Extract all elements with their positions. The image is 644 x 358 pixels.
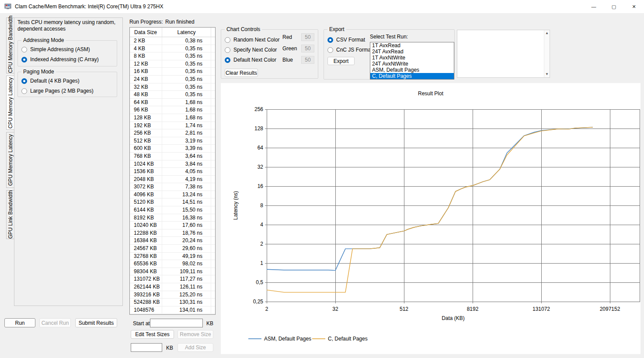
blue-input [301, 56, 314, 64]
start-at-label: Start at [133, 320, 150, 327]
radio-random-next-color[interactable]: Random Next Color [225, 37, 279, 43]
table-row[interactable]: 32 KB0,35 ns [130, 83, 215, 91]
minimize-icon[interactable]: — [584, 0, 604, 13]
scroll-up-icon[interactable]: ▲ [545, 31, 549, 35]
data-size-cell: 4096 KB [130, 191, 162, 198]
app-window: Clam Cache/Mem Benchmark: Intel(R) Core(… [0, 0, 644, 358]
radio-indexed-addressing-c-array[interactable]: Indexed Addressing (C Array) [21, 56, 99, 63]
data-size-cell: 48 KB [130, 91, 162, 98]
table-row[interactable]: 32768 KB49,19 ns [130, 253, 215, 261]
test-run-item-asm-default-pages[interactable]: ASM, Default Pages [370, 67, 454, 73]
x-axis-title: Data (KB) [442, 315, 465, 321]
table-row[interactable]: 4 KB0,35 ns [130, 45, 215, 53]
latency-cell: 18,76 ns [162, 229, 211, 237]
table-row[interactable]: 12288 KB18,76 ns [130, 229, 215, 237]
radio-icon [225, 57, 230, 63]
radio-specify-next-color[interactable]: Specify Next Color [225, 47, 279, 53]
radio-label: Indexed Addressing (C Array) [30, 56, 99, 63]
table-row[interactable]: 64 KB1,68 ns [130, 99, 215, 107]
tab-gpu-memory-latency[interactable]: GPU Memory Latency [6, 132, 14, 188]
radio-label: CnC JS Format [336, 47, 372, 53]
table-row[interactable]: 98304 KB109,11 ns [130, 268, 215, 276]
table-row[interactable]: 262144 KB126,11 ns [130, 283, 215, 291]
radio-large-pages-2-mb-pages[interactable]: Large Pages (2 MB Pages) [21, 88, 94, 94]
run-button[interactable]: Run [4, 318, 35, 327]
table-row[interactable]: 65536 KB98,02 ns [130, 260, 215, 268]
radio-csv-format[interactable]: CSV Format [327, 37, 372, 43]
table-row[interactable]: 48 KB0,35 ns [130, 91, 215, 99]
table-row[interactable]: 131072 KB117,27 ns [130, 275, 215, 283]
data-size-cell: 98304 KB [130, 268, 162, 275]
data-size-cell: 24567 KB [130, 245, 162, 252]
table-row[interactable]: 256 KB2,81 ns [130, 129, 215, 137]
radio-simple-addressing-asm[interactable]: Simple Addressing (ASM) [21, 46, 99, 52]
table-row[interactable]: 24 KB0,35 ns [130, 76, 215, 83]
table-row[interactable]: 4096 KB13,24 ns [130, 191, 215, 199]
y-tick-label: 1 [260, 260, 263, 266]
column-header-data-size[interactable]: Data Size [130, 28, 162, 37]
maximize-icon[interactable]: ▢ [604, 0, 624, 13]
start-at-input[interactable] [150, 319, 203, 327]
radio-icon [225, 47, 230, 53]
table-row[interactable]: 1048576 KB134,01 ns [130, 306, 215, 314]
test-run-item-1t-avxntwrite[interactable]: 1T AvxNtWrite [370, 55, 454, 61]
addressing-radio-group: Simple Addressing (ASM)Indexed Addressin… [21, 46, 99, 63]
y-tick-label: 8 [260, 202, 263, 209]
latency-cell: 126,11 ns [162, 283, 211, 291]
radio-default-4-kb-pages[interactable]: Default (4 KB Pages) [21, 78, 94, 84]
latency-cell: 13,24 ns [162, 191, 211, 198]
test-run-item-1t-avxread[interactable]: 1T AvxRead [370, 42, 454, 49]
table-row[interactable]: 128 KB1,68 ns [130, 114, 215, 122]
table-row[interactable]: 16 KB0,35 ns [130, 68, 215, 76]
table-row[interactable]: 768 KB3,64 ns [130, 153, 215, 160]
y-tick-label: 4 [260, 222, 263, 228]
add-size-button: Add Size [178, 343, 213, 352]
legend-label-c-default-pages: C, Default Pages [328, 336, 368, 342]
radio-default-next-color[interactable]: Default Next Color [225, 57, 279, 63]
x-tick-label: 8192 [467, 306, 479, 312]
latency-cell: 0,35 ns [162, 45, 211, 52]
export-button[interactable]: Export [327, 57, 355, 65]
chart-title: Result Plot [418, 90, 444, 97]
table-row[interactable]: 10240 KB17,60 ns [130, 222, 215, 229]
table-row[interactable]: 8192 KB16,38 ns [130, 214, 215, 222]
table-row[interactable]: 1536 KB4,05 ns [130, 168, 215, 176]
radio-cnc-js-format[interactable]: CnC JS Format [327, 47, 372, 53]
y-axis-title: Latency (ns) [233, 191, 239, 220]
scroll-down-icon[interactable]: ▼ [545, 73, 549, 76]
table-row[interactable]: 2 KB0,38 ns [130, 37, 215, 45]
green-label: Green [282, 45, 301, 52]
tab-cpu-memory-bandwidth[interactable]: CPU Memory Bandwidth [6, 17, 14, 73]
table-row[interactable]: 24567 KB29,60 ns [130, 245, 215, 253]
test-run-item-24t-avxntwrite[interactable]: 24T AvxNtWrite [370, 61, 454, 67]
table-row[interactable]: 3072 KB7,38 ns [130, 183, 215, 191]
table-row[interactable]: 8 KB0,35 ns [130, 52, 215, 60]
table-row[interactable]: 192 KB1,74 ns [130, 122, 215, 130]
tab-gpu-link-bandwidth[interactable]: GPU Link Bandwidth [6, 190, 14, 239]
table-row[interactable]: 5120 KB14,51 ns [130, 198, 215, 206]
submit-results-button[interactable]: Submit Results [75, 318, 117, 327]
radio-label: Random Next Color [233, 37, 279, 43]
data-size-cell: 600 KB [130, 145, 162, 152]
clear-results-button[interactable]: Clear Results [225, 69, 258, 77]
data-size-cell: 4 KB [130, 45, 162, 52]
data-size-cell: 3072 KB [130, 183, 162, 191]
group-title-chart-controls: Chart Controls [225, 26, 262, 32]
table-row[interactable]: 2048 KB4,19 ns [130, 176, 215, 184]
test-run-item-c-default-pages[interactable]: C, Default Pages [370, 73, 454, 79]
table-row[interactable]: 16384 KB20,24 ns [130, 237, 215, 245]
edit-test-sizes-button[interactable]: Edit Test Sizes [131, 330, 174, 339]
column-header-latency[interactable]: Latency [162, 28, 211, 37]
table-row[interactable]: 12 KB0,35 ns [130, 60, 215, 68]
table-row[interactable]: 393216 KB125,20 ns [130, 291, 215, 299]
table-row[interactable]: 6144 KB15,50 ns [130, 206, 215, 214]
add-size-input[interactable] [131, 343, 162, 352]
table-row[interactable]: 600 KB3,39 ns [130, 145, 215, 153]
table-row[interactable]: 512 KB3,19 ns [130, 137, 215, 145]
table-row[interactable]: 524288 KB130,31 ns [130, 299, 215, 306]
table-row[interactable]: 96 KB1,68 ns [130, 106, 215, 114]
vertical-scrollbar[interactable]: ▲ ▼ [544, 30, 550, 77]
test-run-item-24t-avxread[interactable]: 24T AvxRead [370, 49, 454, 55]
table-row[interactable]: 1024 KB3,84 ns [130, 160, 215, 168]
close-icon[interactable]: ✕ [624, 0, 644, 13]
